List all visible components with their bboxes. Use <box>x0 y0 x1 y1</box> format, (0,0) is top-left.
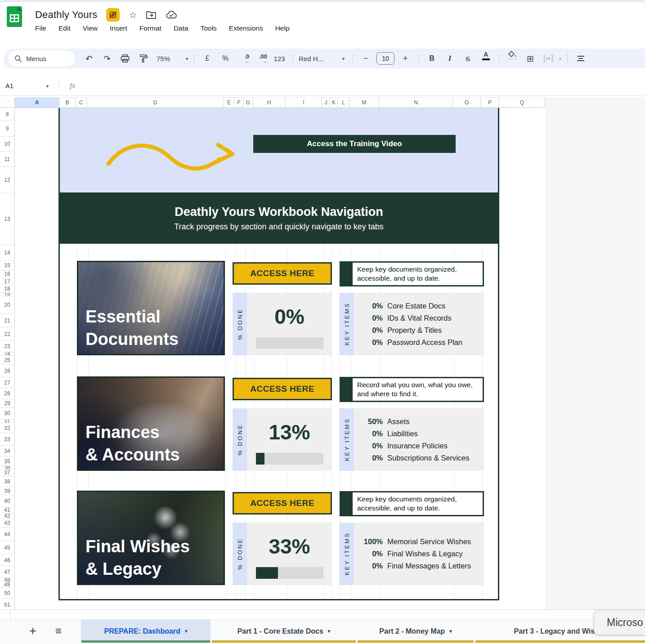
row-header-10[interactable]: 10 <box>0 137 15 152</box>
column-header-N[interactable]: N <box>379 97 453 108</box>
merge-caret-icon[interactable]: ▾ <box>559 56 561 61</box>
row-header-47[interactable]: 47 <box>0 566 15 578</box>
row-header-45[interactable]: 45 <box>0 541 15 555</box>
row-header-12[interactable]: 12 <box>0 167 15 193</box>
access-here-button[interactable]: ACCESS HERE <box>233 262 332 285</box>
row-header-11[interactable]: 11 <box>0 152 15 167</box>
access-here-button[interactable]: ACCESS HERE <box>233 492 332 514</box>
zoom-select[interactable]: 75% <box>157 55 170 63</box>
increase-font-size-button[interactable]: + <box>399 54 411 63</box>
italic-button[interactable]: I <box>444 54 456 63</box>
column-header-J[interactable]: J <box>322 97 330 108</box>
zoom-caret-icon[interactable]: ▾ <box>186 56 188 61</box>
menu-help[interactable]: Help <box>275 24 290 32</box>
column-header-E[interactable]: E <box>224 97 234 108</box>
row-header-48[interactable]: 48 <box>0 578 15 582</box>
decrease-decimal-button[interactable]: .0 ← <box>237 54 249 64</box>
column-header-M[interactable]: M <box>349 97 379 108</box>
horizontal-scroll-strip[interactable] <box>0 609 645 619</box>
row-header-40[interactable]: 40 <box>0 495 15 507</box>
menu-tools[interactable]: Tools <box>201 24 217 32</box>
row-header-16[interactable]: 16 <box>0 270 15 278</box>
row-header-37[interactable]: 37 <box>0 470 15 476</box>
row-header-36[interactable]: 36 <box>0 466 15 470</box>
sheet-canvas[interactable]: Access the Training Video Deathly Yours … <box>15 108 545 609</box>
column-header-C[interactable]: C <box>76 97 87 108</box>
add-sheet-button[interactable]: + <box>26 623 40 639</box>
row-header-42[interactable]: 42 <box>0 513 15 519</box>
borders-button[interactable]: ⊞ <box>524 54 536 64</box>
column-header-G[interactable]: G <box>244 97 253 108</box>
name-box[interactable]: A1 ▾ <box>5 82 50 89</box>
row-header-44[interactable]: 44 <box>0 528 15 541</box>
row-header-38[interactable]: 38 <box>0 476 15 487</box>
menus-search[interactable]: Menus <box>8 50 75 67</box>
section-photo-essential-documents[interactable]: Essential Documents <box>77 261 225 355</box>
tab-caret-icon[interactable]: ▾ <box>185 628 188 634</box>
column-header-K[interactable]: K <box>330 97 338 108</box>
column-header-F[interactable]: F <box>234 97 244 108</box>
horizontal-align-button[interactable] <box>575 56 587 61</box>
column-header-P[interactable]: P <box>481 97 499 108</box>
menu-file[interactable]: File <box>35 24 46 32</box>
row-header-46[interactable]: 46 <box>0 555 15 566</box>
row-header-9[interactable]: 9 <box>0 121 15 137</box>
row-header-31[interactable]: 31 <box>0 420 15 423</box>
column-header-A[interactable]: A <box>15 97 59 108</box>
menu-view[interactable]: View <box>83 24 98 32</box>
row-header-35[interactable]: 35 <box>0 457 15 466</box>
row-header-41[interactable]: 41 <box>0 507 15 513</box>
row-header-32[interactable]: 32 <box>0 423 15 433</box>
decrease-font-size-button[interactable]: − <box>360 54 372 63</box>
column-header-B[interactable]: B <box>59 97 76 108</box>
row-header-50[interactable]: 50 <box>0 588 15 599</box>
redo-button[interactable]: ↷ <box>101 54 113 64</box>
training-video-button[interactable]: Access the Training Video <box>253 135 456 153</box>
percent-format-button[interactable]: % <box>219 54 231 63</box>
row-header-8[interactable]: 8 <box>0 108 15 121</box>
row-header-23[interactable]: 23 <box>0 341 15 352</box>
column-header-Q[interactable]: Q <box>499 97 545 108</box>
text-color-button[interactable]: A <box>480 51 492 67</box>
row-header-18[interactable]: 18 <box>0 285 15 293</box>
row-header-14[interactable]: 14 <box>0 245 15 261</box>
tab-caret-icon[interactable]: ▾ <box>449 628 452 634</box>
restricted-badge-icon[interactable] <box>106 8 120 22</box>
notification-popup[interactable]: Microso <box>594 610 645 635</box>
document-title[interactable]: Deathly Yours <box>35 9 97 21</box>
increase-decimal-button[interactable]: .00 → <box>255 54 267 64</box>
menu-insert[interactable]: Insert <box>110 24 127 32</box>
all-sheets-button[interactable]: ≡ <box>51 623 66 639</box>
row-header-13[interactable]: 13 <box>0 193 15 245</box>
column-header-O[interactable]: O <box>453 97 481 108</box>
print-button[interactable] <box>119 54 131 63</box>
row-header-29[interactable]: 29 <box>0 399 15 407</box>
row-header-24[interactable]: 24 <box>0 352 15 356</box>
menu-edit[interactable]: Edit <box>58 24 71 32</box>
row-header-19[interactable]: 19 <box>0 293 15 296</box>
section-photo-finances-accounts[interactable]: Finances & Accounts <box>77 376 225 471</box>
star-icon[interactable]: ☆ <box>129 10 137 19</box>
tab-part-2-money-map[interactable]: Part 2 - Money Map▾ <box>357 620 474 643</box>
tab-part-1-core-estate-docs[interactable]: Part 1 - Core Estate Docs▾ <box>211 620 356 643</box>
font-size-input[interactable]: 10 <box>376 52 394 65</box>
access-here-button[interactable]: ACCESS HERE <box>233 378 332 400</box>
row-header-21[interactable]: 21 <box>0 314 15 327</box>
currency-format-button[interactable]: £ <box>202 54 213 63</box>
row-header-27[interactable]: 27 <box>0 377 15 388</box>
font-select[interactable]: Red H... ▾ <box>299 55 346 63</box>
row-header-33[interactable]: 33 <box>0 433 15 446</box>
row-header-28[interactable]: 28 <box>0 388 15 399</box>
row-header-22[interactable]: 22 <box>0 327 15 341</box>
fill-color-button[interactable] <box>506 51 518 66</box>
tab-caret-icon[interactable]: ▾ <box>328 628 331 634</box>
section-photo-final-wishes-legacy[interactable]: Final Wishes & Legacy <box>77 491 225 585</box>
select-all-corner[interactable] <box>0 97 15 108</box>
more-formats-button[interactable]: 123 <box>273 55 285 63</box>
cloud-saved-icon[interactable] <box>166 10 177 19</box>
row-header-26[interactable]: 26 <box>0 365 15 377</box>
undo-button[interactable]: ↶ <box>83 54 95 64</box>
menu-data[interactable]: Data <box>174 24 188 32</box>
column-header-H[interactable]: H <box>253 97 286 108</box>
column-header-L[interactable]: L <box>338 97 349 108</box>
